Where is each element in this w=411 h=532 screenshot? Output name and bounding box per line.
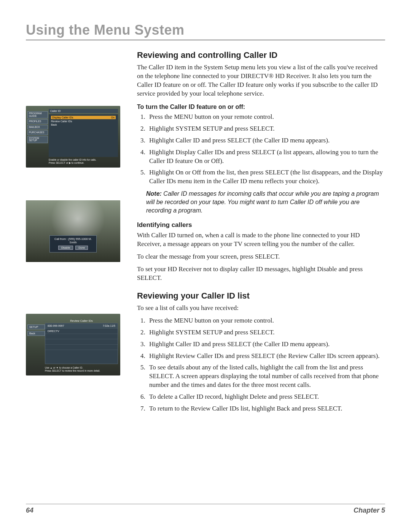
figure1-panel-body: Display Caller IDs On Review Caller IDs … <box>49 114 118 157</box>
figure2-background <box>26 200 120 262</box>
figure2-done-button: Done <box>75 246 88 250</box>
subsection-heading: Identifying callers <box>137 221 385 229</box>
text-column: Reviewing and controlling Caller ID The … <box>137 50 385 417</box>
figure-callerid-menu: PROGRAM GUIDE PROFILES MAILBOX PURCHASES… <box>26 106 120 168</box>
procedure-list-2: Press the MENU button on your remote con… <box>137 316 385 413</box>
figure-callerid-osd: Call from : (555) 555-1000 M. Smith Disa… <box>26 200 120 262</box>
figure1-tab: MAILBOX <box>27 125 48 130</box>
section-heading: Reviewing and controlling Caller ID <box>137 50 385 60</box>
figure1-hint-line: Enable or disable the caller ID info for… <box>49 158 118 161</box>
step: Highlight Caller ID and press SELECT (th… <box>147 136 385 145</box>
sub1-para: To clear the message from your screen, p… <box>137 252 385 261</box>
figure1-row-highlight: Display Caller IDs On <box>51 116 116 119</box>
figure3-tab-setup: SETUP <box>27 324 45 329</box>
chapter-title: Using the Menu System <box>26 22 385 38</box>
procedure-label: To turn the Caller ID feature on or off: <box>137 104 385 110</box>
note-text: Caller ID messages for incoming calls th… <box>146 190 379 213</box>
figure3-row-number: 800-999-9997 <box>48 324 64 327</box>
step: Highlight SYSTEM SETUP and press SELECT. <box>147 125 385 133</box>
note-block: Note: Caller ID messages for incoming ca… <box>146 190 385 214</box>
figure3-list-row: 800-999-9997 7:02a 11/5 <box>45 323 118 329</box>
figure1-tab: PURCHASES <box>27 130 48 135</box>
figure3-hint-line: Use ▲ or ▼ to choose a Caller ID. <box>45 366 118 369</box>
step: Highlight Caller ID and press SELECT (th… <box>147 340 385 349</box>
figure3-list-row: DIRECTV <box>45 329 118 334</box>
figure3-hint: Use ▲ or ▼ to choose a Caller ID. Press … <box>45 366 118 372</box>
figure3-row-time: 7:02a 11/5 <box>103 324 115 327</box>
figure3-list-row <box>45 339 118 345</box>
procedure-list-1: Press the MENU button on your remote con… <box>137 113 385 186</box>
figure3-row-name: DIRECTV <box>48 330 59 332</box>
figure1-side-tabs: PROGRAM GUIDE PROFILES MAILBOX PURCHASES… <box>27 111 48 143</box>
figure2-disable-button: Disable <box>58 246 73 250</box>
figure3-list-row <box>45 334 118 339</box>
figure1-row-label: Display Caller IDs <box>52 116 73 119</box>
step: Highlight On or Off from the list, then … <box>147 168 385 186</box>
figure2-osd-message: Call from : (555) 555-1000 M. Smith <box>52 237 94 244</box>
figure2-osd-panel: Call from : (555) 555-1000 M. Smith Disa… <box>49 235 97 252</box>
page-footer: 64 Chapter 5 <box>26 504 385 514</box>
figure1-row: Review Caller IDs <box>51 120 116 123</box>
figure1-hint: Enable or disable the caller ID info for… <box>49 158 118 165</box>
page: Using the Menu System PROGRAM GUIDE PROF… <box>0 0 411 532</box>
figure1-row: Back <box>51 123 116 126</box>
figure3-tab-back: Back <box>27 331 45 336</box>
figure1-hint-line: Press SELECT or ▶ to continue. <box>49 161 118 165</box>
figure3-hint-line: Press SELECT to review the record in mor… <box>45 369 118 372</box>
figure1-tab: SYSTEM SETUP <box>27 136 48 143</box>
content-columns: PROGRAM GUIDE PROFILES MAILBOX PURCHASES… <box>26 50 385 417</box>
figure1-panel-title: Caller ID <box>49 109 118 113</box>
note-label: Note: <box>146 190 162 197</box>
page-number: 64 <box>26 506 33 514</box>
figure3-side-tabs: SETUP Back <box>27 324 45 336</box>
step: Highlight Review Caller IDs and press SE… <box>147 352 385 361</box>
chapter-label: Chapter 5 <box>354 506 385 514</box>
figure1-tab: PROGRAM GUIDE <box>27 111 48 118</box>
step: Highlight Display Caller IDs and press S… <box>147 148 385 166</box>
section-heading: Reviewing your Caller ID list <box>137 291 385 301</box>
step: To return to the Review Caller IDs list,… <box>147 404 385 413</box>
sub1-para: To set your HD Receiver not to display c… <box>137 265 385 283</box>
step: To delete a Caller ID record, highlight … <box>147 393 385 401</box>
figure2-osd-buttons: Disable Done <box>52 246 94 250</box>
section2-intro: To see a list of calls you have received… <box>137 304 385 313</box>
step: Press the MENU button on your remote con… <box>147 316 385 325</box>
step: To see details about any of the listed c… <box>147 363 385 390</box>
figure3-list-row <box>45 345 118 350</box>
figure-review-callerids: SETUP Back Review Caller IDs 800-999-999… <box>26 314 120 375</box>
step: Press the MENU button on your remote con… <box>147 113 385 121</box>
step: Highlight SYSTEM SETUP and press SELECT. <box>147 328 385 337</box>
title-rule <box>26 40 385 40</box>
section1-intro: The Caller ID item in the System Setup m… <box>137 63 385 98</box>
figure3-panel-body: 800-999-9997 7:02a 11/5 DIRECTV <box>45 323 118 364</box>
sub1-para: With Caller ID turned on, when a call is… <box>137 231 385 249</box>
figure-column: PROGRAM GUIDE PROFILES MAILBOX PURCHASES… <box>26 50 126 417</box>
figure1-tab: PROFILES <box>27 119 48 124</box>
figure1-row-value: On <box>111 116 115 119</box>
